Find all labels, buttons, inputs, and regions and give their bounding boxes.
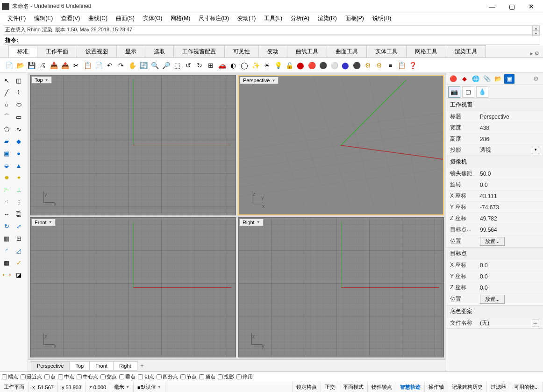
arc-icon[interactable]: ⌒ [1,111,12,122]
open-icon[interactable]: 📂 [15,60,25,71]
place-camera-button[interactable]: 放置... [480,237,505,246]
tab-setview[interactable]: 设置视图 [77,45,117,57]
osnap-end[interactable]: 端点 [2,373,18,380]
chevron-down-icon[interactable]: ▼ [272,78,275,83]
menu-analyze[interactable]: 分析(A) [287,14,313,23]
chamfer-icon[interactable]: ◿ [13,245,24,256]
tab-standard[interactable]: 标准 [8,45,37,57]
menu-dimension[interactable]: 尺寸标注(D) [195,14,233,23]
dim-icon[interactable]: ⟷ [1,269,12,280]
tab-render[interactable]: 渲染工具 [446,45,486,57]
osnap-quad[interactable]: 四分点 [157,373,178,380]
xray-icon[interactable]: ☀ [262,60,272,71]
polyline-icon[interactable]: ⌇ [13,87,24,98]
chevron-down-icon[interactable]: ▾ [532,147,539,154]
tab-display[interactable]: 显示 [116,45,145,57]
lock-icon[interactable]: 🔒 [284,60,294,71]
tab-solid[interactable]: 实体工具 [366,45,407,57]
circle-icon[interactable]: ○ [1,99,12,110]
status-ortho[interactable]: 正交 [321,382,339,392]
prop-focal[interactable]: 50.0 [480,171,539,177]
sphere-icon[interactable]: ● [13,148,24,159]
prop-height[interactable]: 286 [480,136,539,143]
cone-icon[interactable]: ▲ [13,160,24,171]
viewport-right-label[interactable]: Right▼ [239,219,264,226]
menu-surface[interactable]: 曲面(S) [112,14,138,23]
tab-surface[interactable]: 曲面工具 [327,45,367,57]
fillet-icon[interactable]: ◜ [1,245,12,256]
scroll-up-icon[interactable]: ▴ [532,26,540,31]
move-icon[interactable]: ↔ [1,208,12,220]
vtab-add[interactable]: + [137,361,148,371]
scroll-down-icon[interactable]: ▾ [532,31,540,36]
prop-rotation[interactable]: 0.0 [480,182,539,188]
box-icon[interactable]: ▣ [1,148,12,159]
prop-tgt-y[interactable]: 0.0 [480,273,539,280]
prop-cam-x[interactable]: 43.111 [480,193,539,200]
status-gumball[interactable]: 操作轴 [425,382,448,392]
viewport-perspective[interactable]: Perspective▼ zyx [238,75,444,215]
tab-transform[interactable]: 变动 [258,45,287,57]
command-line[interactable]: 指令: [3,36,540,45]
tab-folder-icon[interactable]: 📂 [493,74,503,84]
status-smarttrack[interactable]: 智慧轨迹 [396,382,425,392]
prop-title[interactable]: Perspective [480,114,539,120]
tab-material-icon[interactable]: 🔴 [448,74,458,84]
copy-icon[interactable]: 📋 [82,60,93,71]
save-icon[interactable]: 💾 [26,60,36,71]
viewport-persp-label[interactable]: Perspective▼ [240,77,279,84]
osnap-project[interactable]: 投影 [218,373,234,380]
menu-file[interactable]: 文件(F) [4,14,29,23]
place-target-button[interactable]: 放置... [480,295,505,304]
chevron-down-icon[interactable]: ▼ [257,220,260,224]
rect-icon[interactable]: ▭ [13,111,24,122]
gears-icon[interactable]: ⚙ [374,60,384,71]
status-cplane[interactable]: 工作平面 [0,382,29,392]
trim-icon[interactable]: ⊢ [1,184,12,195]
subtab-mesh-icon[interactable]: 💧 [476,86,488,98]
osnap-vertex[interactable]: 顶点 [199,373,215,380]
status-unit[interactable]: 毫米▼ [110,382,134,392]
pointson-icon[interactable]: ⋮ [13,196,24,207]
vtab-front[interactable]: Front [89,361,114,371]
prop-cam-z[interactable]: 49.782 [480,215,539,222]
tab-display-icon[interactable]: ▣ [504,74,514,84]
import-icon[interactable]: 📥 [49,60,59,71]
osnap-knot[interactable]: 节点 [180,373,197,380]
layers-icon[interactable]: ≡ [385,60,395,71]
menu-help[interactable]: 说明(H) [369,14,395,23]
tab-viewport[interactable]: 工作视窗配置 [173,45,225,57]
menu-panels[interactable]: 面板(P) [342,14,368,23]
menu-transform[interactable]: 变动(T) [234,14,259,23]
close-button[interactable]: ✕ [522,0,541,13]
ellipse-icon[interactable]: ⬭ [13,99,24,110]
panel-scroll[interactable]: 工作视窗 标题Perspective 宽度438 高度286 投影透视▾ 摄像机… [446,99,543,371]
status-planar[interactable]: 平面模式 [339,382,368,392]
sphere4-icon[interactable]: ⚫ [351,60,362,71]
subtab-camera-icon[interactable]: 📷 [448,86,460,98]
split-icon[interactable]: ⊥ [13,184,24,195]
panel-settings-icon[interactable]: ⚙ [531,74,541,84]
osnap-mid[interactable]: 中点 [58,373,74,380]
vtab-perspective[interactable]: Perspective [31,361,70,371]
rainbow-icon[interactable]: 🔴 [307,60,317,71]
zoom-icon[interactable]: 🔍 [150,60,160,71]
wire-icon[interactable]: ◯ [239,60,250,71]
shade-icon[interactable]: ◐ [228,60,238,71]
status-filter[interactable]: 过滤器 [487,382,510,392]
export-icon[interactable]: 📤 [60,60,70,71]
osnap-tan[interactable]: 切点 [138,373,154,380]
curve-icon[interactable]: ∿ [13,123,24,135]
red-sphere-icon[interactable]: ⬤ [295,60,306,71]
viewport-top[interactable]: Top▼ yx [30,75,236,215]
properties-icon[interactable]: 📋 [396,60,407,71]
osnap-int[interactable]: 交点 [100,373,117,380]
menu-tools[interactable]: 工具(L) [260,14,286,23]
tab-mesh[interactable]: 网格工具 [406,45,446,57]
prop-projection[interactable]: 透视 [480,146,530,154]
viewport-front-label[interactable]: Front▼ [31,219,56,226]
tabs-overflow[interactable]: ▸ ⚙ [527,50,543,57]
4view-icon[interactable]: ⊞ [206,60,216,71]
line-icon[interactable]: ╱ [1,87,12,98]
check-icon[interactable]: ✓ [13,257,24,268]
